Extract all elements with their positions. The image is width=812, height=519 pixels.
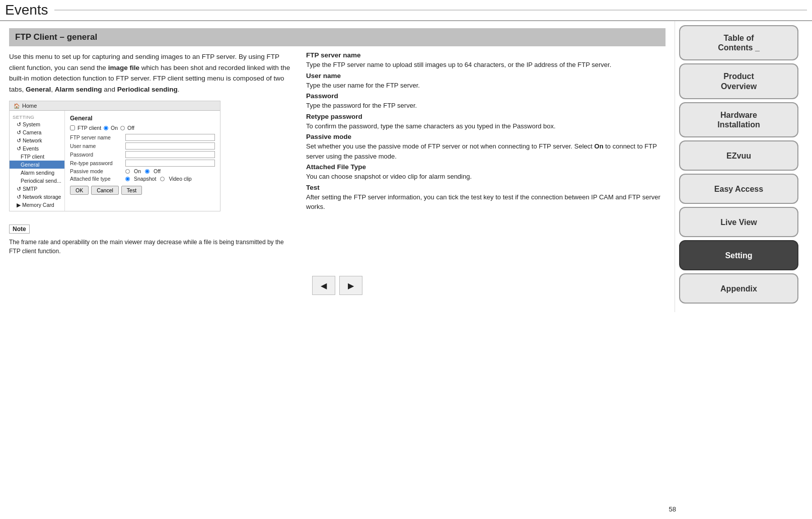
field-password: Password Type the password for the FTP s… xyxy=(306,92,660,111)
content-area: FTP Client – general Use this menu to se… xyxy=(0,21,675,312)
ok-button[interactable]: OK xyxy=(70,186,89,195)
page-header: Events xyxy=(0,0,812,21)
snapshot-radio[interactable] xyxy=(125,177,130,181)
password-input[interactable] xyxy=(125,151,215,158)
sidebar-section-setting: SETTING xyxy=(10,113,64,120)
passive-mode-row: Passive mode On Off xyxy=(70,168,215,174)
sidebar-item-camera[interactable]: ↺ Camera xyxy=(10,128,64,136)
ftp-server-name-title: FTP server name xyxy=(306,51,660,59)
bold-image-file: image file xyxy=(108,64,139,71)
bold-periodical-sending: Periodical sending xyxy=(117,86,178,93)
sidebar-item-memory-card[interactable]: ▶ Memory Card xyxy=(10,201,64,209)
password-row: Password xyxy=(70,151,215,158)
header-rule xyxy=(54,10,807,11)
sidebar-item-periodical-send[interactable]: Periodical send... xyxy=(10,177,64,185)
snapshot-label: Snapshot xyxy=(134,176,156,182)
right-column: FTP server name Type the FTP server name… xyxy=(306,51,666,256)
network-storage-icon: ↺ xyxy=(17,194,21,200)
user-name-desc: Type the user name for the FTP server. xyxy=(306,81,660,91)
passive-mode-label: Passive mode xyxy=(70,168,125,174)
attached-file-type-radio-group: Snapshot Video clip xyxy=(125,176,192,182)
passive-on-radio[interactable] xyxy=(125,169,130,174)
ftp-on-radio[interactable] xyxy=(104,126,108,130)
passive-off-label: Off xyxy=(154,168,161,174)
attached-file-type-title: Attached File Type xyxy=(306,163,660,171)
sidebar-item-smtp[interactable]: ↺ SMTP xyxy=(10,185,64,193)
ui-nav-bar: 🏠 Home xyxy=(10,101,220,111)
sidebar-item-network-storage[interactable]: ↺ Network storage xyxy=(10,193,64,201)
retype-password-desc: To confirm the password, type the same c… xyxy=(306,121,660,131)
password-desc: Type the password for the FTP server. xyxy=(306,101,660,111)
field-passive-mode: Passive mode Set whether you use the pas… xyxy=(306,133,660,161)
bold-general: General xyxy=(26,86,51,93)
user-name-title: User name xyxy=(306,72,660,80)
password-label: Password xyxy=(70,152,125,158)
form-title: General xyxy=(70,115,215,122)
memory-card-icon: ▶ xyxy=(17,202,21,208)
sidebar-item-system[interactable]: ↺ System xyxy=(10,120,64,128)
left-column: Use this menu to set up for capturing an… xyxy=(9,51,291,256)
ui-sidebar: SETTING ↺ System ↺ Camera ↺ Network xyxy=(10,111,65,211)
ftp-server-name-input[interactable] xyxy=(125,134,215,141)
sidebar-item-events[interactable]: ↺ Events xyxy=(10,144,64,153)
sidebar-item-alarm-sending[interactable]: Alarm sending xyxy=(10,169,64,177)
two-col-layout: Use this menu to set up for capturing an… xyxy=(9,51,666,256)
attached-file-type-label: Attached file type xyxy=(70,176,125,182)
sidebar-item-general[interactable]: General xyxy=(10,161,64,169)
ftp-client-checkbox[interactable] xyxy=(70,125,75,130)
nav-btn-live-view[interactable]: Live View xyxy=(679,207,798,237)
retype-password-input[interactable] xyxy=(125,160,215,167)
bold-on: On xyxy=(595,142,604,150)
home-icon: 🏠 xyxy=(14,103,20,109)
ftp-off-radio[interactable] xyxy=(120,126,125,130)
passive-off-radio[interactable] xyxy=(145,169,150,174)
note-label: Note xyxy=(9,225,30,234)
user-name-input[interactable] xyxy=(125,142,215,150)
field-retype-password: Retype password To confirm the password,… xyxy=(306,113,660,131)
ui-body: SETTING ↺ System ↺ Camera ↺ Network xyxy=(10,111,220,211)
ftp-server-name-row: FTP server name xyxy=(70,134,215,141)
next-icon: ▶ xyxy=(348,281,354,290)
next-button[interactable]: ▶ xyxy=(339,276,362,295)
test-title: Test xyxy=(306,184,660,191)
cancel-button[interactable]: Cancel xyxy=(91,186,119,195)
field-test: Test After setting the FTP server inform… xyxy=(306,184,660,212)
retype-password-row: Re-type password xyxy=(70,160,215,167)
test-button[interactable]: Test xyxy=(121,186,142,195)
field-attached-file-type: Attached File Type You can choose snapsh… xyxy=(306,163,660,182)
smtp-icon: ↺ xyxy=(17,186,21,192)
retype-password-title: Retype password xyxy=(306,113,660,120)
nav-btn-product-overview[interactable]: Product Overview xyxy=(679,63,798,99)
nav-btn-setting[interactable]: Setting xyxy=(679,240,798,270)
ui-screenshot: 🏠 Home SETTING ↺ System ↺ Camera xyxy=(9,101,220,211)
nav-btn-easy-access[interactable]: Easy Access xyxy=(679,174,798,204)
ui-form-area: General FTP client On Off xyxy=(65,111,220,211)
nav-btn-ezvuu[interactable]: EZvuu xyxy=(679,140,798,171)
sidebar-item-ftp-client[interactable]: FTP client xyxy=(10,153,64,161)
passive-mode-title: Passive mode xyxy=(306,133,660,140)
camera-icon: ↺ xyxy=(17,129,21,135)
field-ftp-server-name: FTP server name Type the FTP server name… xyxy=(306,51,660,70)
passive-on-label: On xyxy=(134,168,141,174)
ftp-on-label: On xyxy=(111,125,118,131)
sidebar-item-network[interactable]: ↺ Network xyxy=(10,136,64,144)
page-title: Events xyxy=(5,2,48,18)
ftp-off-label: Off xyxy=(127,125,134,131)
main-layout: FTP Client – general Use this menu to se… xyxy=(0,21,812,312)
bottom-nav: ◀ ▶ xyxy=(9,276,666,305)
bold-alarm-sending: Alarm sending xyxy=(55,86,102,93)
events-icon: ↺ xyxy=(17,145,21,152)
nav-btn-appendix[interactable]: Appendix xyxy=(679,273,798,304)
section-heading: FTP Client – general xyxy=(9,28,666,46)
test-desc: After setting the FTP server information… xyxy=(306,192,660,212)
prev-button[interactable]: ◀ xyxy=(312,276,335,295)
nav-btn-table-of-contents[interactable]: Table of Contents _ xyxy=(679,25,798,60)
right-sidebar: Table of Contents _ Product Overview Har… xyxy=(675,21,802,312)
retype-password-label: Re-type password xyxy=(70,160,125,166)
passive-mode-radio-group: On Off xyxy=(125,168,161,174)
form-button-row: OK Cancel Test xyxy=(70,186,215,195)
password-title: Password xyxy=(306,92,660,100)
intro-text: Use this menu to set up for capturing an… xyxy=(9,51,291,95)
nav-btn-hardware-installation[interactable]: Hardware Installation xyxy=(679,102,798,137)
video-clip-radio[interactable] xyxy=(160,177,165,181)
